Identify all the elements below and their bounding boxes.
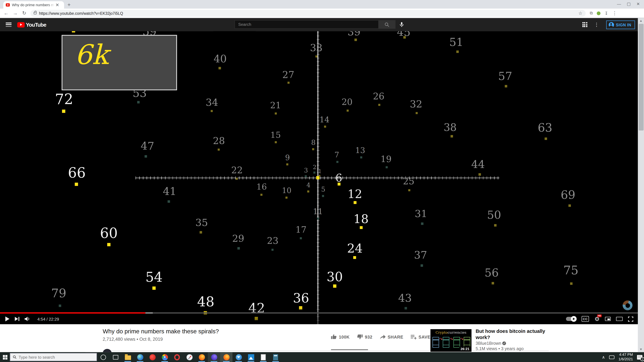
dislike-count: 932 [365,334,372,339]
browser-address-bar: ← → ↻ https://www.youtube.com/watch?v=EK… [0,8,644,18]
taskbar-clock[interactable]: 4:47 PM 1/6/2021 [618,353,633,362]
plot-number-41: 41 [163,185,176,198]
tray-expand-icon[interactable]: ∧ [602,355,605,359]
plot-number-33: 33 [310,42,322,54]
connect-display-icon[interactable] [609,355,614,359]
task-view-icon [113,355,118,359]
share-button[interactable]: SHARE [380,334,403,339]
play-button[interactable] [5,316,10,322]
url-field[interactable]: https://www.youtube.com/watch?v=EK32jo7i… [30,10,586,17]
theater-mode-icon[interactable] [616,317,622,321]
dislike-button[interactable]: 932 [357,334,372,339]
scroll-up-icon[interactable]: ▲ [638,18,644,23]
minimize-icon[interactable]: — [617,1,621,6]
save-button[interactable]: SAVE [411,334,430,339]
taskbar-search-input[interactable] [18,355,94,359]
plot-number-60: 60 [100,225,118,241]
plot-point-24 [353,256,356,259]
thumb-title-crypto: Crypto [436,330,448,334]
calculator-button[interactable] [270,352,282,362]
youtube-logo[interactable]: YouTube [17,22,46,28]
plot-number-16: 16 [256,182,267,192]
video-title: Why do prime numbers make these spirals? [103,328,219,335]
plot-point-44 [478,173,481,176]
red-app-button[interactable] [146,352,158,362]
close-window-icon[interactable]: ✕ [636,1,640,6]
next-button[interactable] [15,317,20,321]
opera-button[interactable] [171,352,183,362]
plot-number-39: 39 [348,31,360,38]
start-button[interactable] [0,352,10,362]
channel-avatar[interactable] [103,349,112,352]
file-explorer-button[interactable] [122,352,134,362]
captions-button[interactable]: CC [582,316,589,322]
like-count: 100K [339,334,350,339]
masthead-menu-icon[interactable]: ⋮ [594,22,599,27]
related-video-title[interactable]: But how does bitcoin actually work? [476,328,552,341]
voice-search-button[interactable] [399,22,404,27]
edge-button[interactable] [134,352,146,362]
guide-menu-icon[interactable] [6,23,12,27]
reload-icon[interactable]: ↻ [20,10,29,16]
progress-bar[interactable] [0,312,644,314]
share-icon [380,334,386,339]
settings-gear-icon[interactable]: ⚙HD [594,316,600,322]
verified-badge-icon: ✓ [502,341,506,345]
scroll-down-icon[interactable]: ▼ [638,347,644,352]
plot-number-5: 5 [321,185,325,193]
notification-center-icon[interactable]: 1 [637,355,642,359]
plot-number-18: 18 [353,212,368,226]
back-icon[interactable]: ← [2,10,11,16]
like-button[interactable]: 100K [331,334,350,339]
task-view-button[interactable] [109,352,122,362]
plot-number-57: 57 [498,70,512,82]
volume-icon[interactable] [25,317,31,321]
plot-number-9: 9 [285,153,290,162]
youtube-apps-icon[interactable] [582,22,587,27]
forward-icon[interactable]: → [11,10,20,16]
download-icon[interactable]: ↧ [604,11,608,15]
plot-point-39 [354,38,357,41]
plot-number-54: 54 [146,269,163,285]
photos-button[interactable] [245,352,257,362]
plot-point-57 [505,85,507,87]
scrollbar-thumb[interactable] [638,24,643,131]
page-scrollbar[interactable]: ▲ ▼ [638,18,644,352]
browser-menu-icon[interactable]: ⋮ [612,10,617,16]
safari-button[interactable] [183,352,196,362]
fullscreen-icon[interactable] [628,316,633,322]
youtube-favicon [6,3,10,7]
firefox-nightly-button[interactable] [208,352,220,362]
miniplayer-icon[interactable] [605,317,611,321]
search-button[interactable] [379,20,396,29]
mail-button[interactable] [232,352,245,362]
plot-point-38 [451,135,453,138]
extension-icon[interactable]: ⧉ [590,11,593,15]
cortana-button[interactable] [97,352,109,362]
taskbar-search[interactable] [10,353,97,361]
maximize-icon[interactable]: ▢ [627,1,631,6]
plot-number-69: 69 [561,188,575,202]
sign-in-button[interactable]: SIGN IN [606,20,635,29]
6k-label: 6k [75,39,108,71]
browser-tab[interactable]: Why do prime numbers make the ✕ [3,1,64,8]
search-input[interactable] [234,20,379,29]
firefox-active-button[interactable] [220,352,232,362]
notepad-button[interactable] [257,352,269,362]
bookmark-star-icon[interactable]: ☆ [578,10,582,16]
time-display: 4:54 / 22:29 [38,317,59,321]
related-channel-row[interactable]: 3Blue1Brown ✓ [476,341,506,346]
new-tab-button[interactable]: + [66,2,72,8]
autoplay-toggle[interactable] [566,317,576,321]
youtube-logo-text: YouTube [26,22,46,28]
chrome-button[interactable] [158,352,171,362]
plot-number-24: 24 [347,241,363,256]
plot-point-16 [260,194,262,196]
extension-green-icon[interactable] [597,11,600,15]
firefox-button[interactable] [196,352,208,362]
tab-close-icon[interactable]: ✕ [56,3,59,7]
related-video-thumbnail[interactable]: Cryptocurrencies ↷ ↷ ↷ 26:21 [430,329,472,352]
plot-number-10: 10 [282,186,291,195]
video-player[interactable]: 6121824303642485460667223571113171923293… [0,31,644,324]
plot-point-56 [492,282,494,284]
